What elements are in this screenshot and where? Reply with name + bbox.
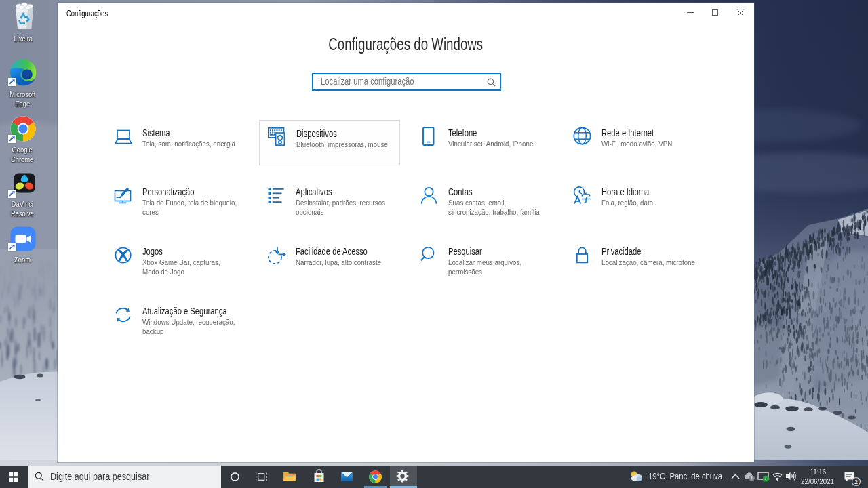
svg-text:2: 2: [854, 479, 858, 485]
